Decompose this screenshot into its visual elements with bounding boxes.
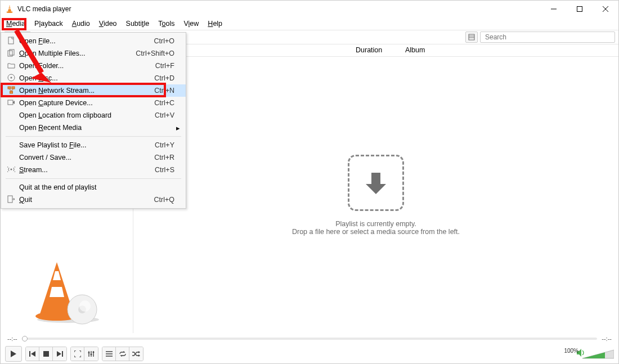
- menuitem-open-location-from-clipboard[interactable]: Open Location from clipboardCtrl+V: [1, 109, 186, 122]
- menuitem-label: Open Disc...: [17, 74, 154, 82]
- svg-marker-20: [11, 350, 16, 357]
- menu-tools[interactable]: Tools: [154, 19, 179, 29]
- svg-rect-25: [62, 351, 63, 357]
- menu-audio[interactable]: Audio: [68, 19, 95, 29]
- close-button[interactable]: [593, 1, 618, 17]
- menu-video[interactable]: Video: [95, 19, 122, 29]
- svg-marker-0: [8, 5, 11, 11]
- menuitem-label: Open Network Stream...: [17, 87, 154, 95]
- svg-rect-29: [88, 352, 90, 353]
- svg-rect-50: [8, 100, 13, 105]
- menu-subtitle[interactable]: Subtitle: [122, 19, 154, 29]
- svg-rect-8: [469, 34, 474, 40]
- menuitem-quit[interactable]: QuitCtrl+Q: [1, 194, 186, 206]
- svg-line-48: [10, 89, 12, 91]
- svg-rect-31: [93, 352, 95, 353]
- menuitem-quit-at-the-end-of-playlist[interactable]: Quit at the end of playlist: [1, 181, 186, 194]
- menuitem-shortcut: Ctrl+Y: [155, 141, 174, 149]
- svg-rect-1: [8, 7, 11, 7]
- seek-bar-row: --:-- --:--: [1, 333, 618, 344]
- seek-track[interactable]: [22, 338, 598, 340]
- titlebar: VLC media player: [1, 1, 618, 17]
- time-elapsed: --:--: [7, 335, 17, 342]
- network-icon: [6, 86, 17, 96]
- menuitem-label: Open Recent Media: [17, 124, 174, 132]
- menuitem-save-playlist-to-file[interactable]: Save Playlist to File...Ctrl+Y: [1, 139, 186, 151]
- next-button[interactable]: [53, 347, 66, 361]
- menu-view[interactable]: View: [179, 19, 203, 29]
- svg-marker-14: [50, 287, 64, 297]
- menuitem-stream[interactable]: Stream...Ctrl+S: [1, 164, 186, 176]
- empty-playlist: Playlist is currently empty. Drop a file…: [133, 57, 618, 333]
- menu-help[interactable]: Help: [203, 19, 227, 29]
- menuitem-open-network-stream[interactable]: Open Network Stream...Ctrl+N: [1, 84, 186, 97]
- menuitem-label: Convert / Save...: [17, 154, 154, 161]
- fullscreen-button[interactable]: [71, 347, 84, 361]
- playlist-button[interactable]: [102, 347, 116, 361]
- menuitem-shortcut: Ctrl+O: [154, 37, 174, 45]
- play-button[interactable]: [5, 346, 22, 362]
- menuitem-label: Open File...: [17, 37, 154, 45]
- menu-playback[interactable]: Playback: [30, 19, 68, 29]
- ext-settings-button[interactable]: [84, 347, 98, 361]
- empty-line2: Drop a file here or select a media sourc…: [292, 228, 460, 236]
- player-controls: 100%: [1, 344, 618, 363]
- menuitem-label: Quit: [17, 196, 154, 204]
- menuitem-label: Open Folder...: [17, 62, 155, 70]
- col-album[interactable]: Album: [401, 44, 429, 56]
- menuitem-convert-save[interactable]: Convert / Save...Ctrl+R: [1, 151, 186, 164]
- menuitem-label: Open Location from clipboard: [17, 111, 155, 119]
- menuitem-open-folder[interactable]: Open Folder...Ctrl+F: [1, 60, 186, 72]
- menuitem-open-file[interactable]: Open File...Ctrl+O: [1, 35, 186, 47]
- svg-marker-36: [138, 354, 140, 357]
- stop-button[interactable]: [39, 347, 53, 361]
- menuitem-open-capture-device[interactable]: Open Capture Device...Ctrl+C: [1, 97, 186, 109]
- seek-knob[interactable]: [22, 336, 28, 341]
- svg-rect-46: [12, 87, 15, 89]
- col-duration[interactable]: Duration: [351, 44, 401, 56]
- shuffle-button[interactable]: [129, 347, 143, 361]
- svg-rect-5: [577, 7, 582, 12]
- svg-marker-19: [366, 173, 386, 194]
- maximize-button[interactable]: [567, 1, 593, 17]
- volume-control[interactable]: 100%: [577, 349, 614, 359]
- menuitem-shortcut: Ctrl+C: [154, 99, 174, 107]
- menu-separator: [6, 136, 181, 137]
- svg-rect-2: [8, 8, 11, 9]
- menuitem-label: Save Playlist to File...: [17, 141, 155, 149]
- toolbar-view-mode-button[interactable]: [465, 32, 478, 43]
- menuitem-open-multiple-files[interactable]: Open Multiple Files...Ctrl+Shift+O: [1, 47, 186, 60]
- menuitem-shortcut: Ctrl+R: [154, 154, 174, 161]
- quit-icon: [6, 195, 17, 205]
- minimize-button[interactable]: [541, 1, 567, 17]
- svg-rect-21: [29, 351, 30, 357]
- loop-button[interactable]: [116, 347, 129, 361]
- volume-percent: 100%: [564, 348, 578, 354]
- menuitem-label: Open Capture Device...: [17, 99, 154, 107]
- volume-slider[interactable]: [582, 349, 614, 359]
- svg-marker-24: [57, 351, 61, 357]
- drop-target[interactable]: [348, 155, 404, 211]
- folder-icon: [6, 61, 17, 71]
- download-arrow-icon: [361, 168, 391, 197]
- search-input[interactable]: [484, 33, 611, 42]
- search-box[interactable]: [480, 32, 615, 43]
- menuitem-shortcut: Ctrl+Q: [154, 196, 174, 204]
- media-dropdown: Open File...Ctrl+OOpen Multiple Files...…: [1, 32, 186, 209]
- main-area: Duration Album Playlist is currently emp…: [133, 44, 618, 333]
- vlc-cone-icon: [5, 5, 14, 14]
- menuitem-label: Quit at the end of playlist: [17, 183, 174, 191]
- svg-marker-35: [138, 351, 140, 353]
- menuitem-open-recent-media[interactable]: Open Recent Media▸: [1, 122, 186, 134]
- menuitem-shortcut: Ctrl+F: [155, 62, 174, 70]
- menuitem-open-disc[interactable]: Open Disc...Ctrl+D: [1, 72, 186, 84]
- svg-rect-47: [10, 91, 13, 93]
- menuitem-shortcut: Ctrl+Shift+O: [136, 50, 174, 57]
- svg-point-3: [7, 11, 13, 13]
- prev-button[interactable]: [26, 347, 39, 361]
- svg-rect-23: [43, 351, 49, 357]
- menuitem-shortcut: Ctrl+N: [154, 87, 174, 95]
- svg-line-49: [11, 89, 14, 91]
- menuitem-label: Stream...: [17, 166, 155, 174]
- menu-media[interactable]: Media: [2, 19, 30, 29]
